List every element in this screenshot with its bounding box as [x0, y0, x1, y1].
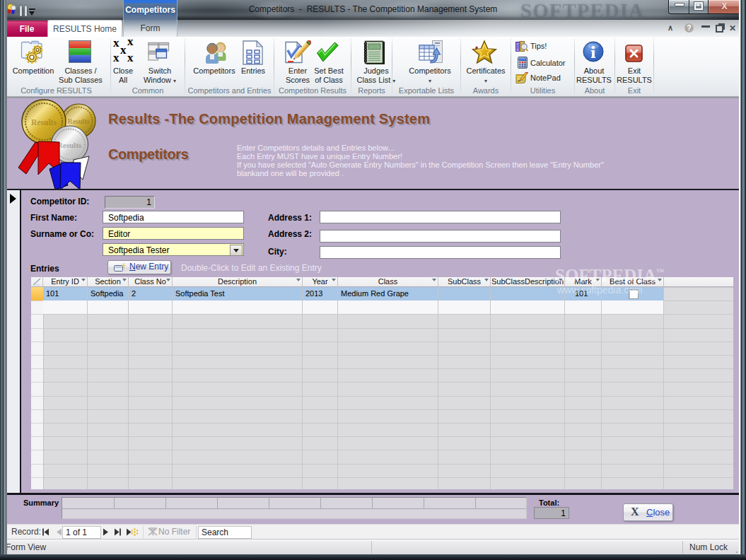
svg-text:Results: Results — [67, 117, 89, 125]
svg-text:Results: Results — [57, 141, 82, 149]
svg-text:Results: Results — [31, 118, 57, 127]
